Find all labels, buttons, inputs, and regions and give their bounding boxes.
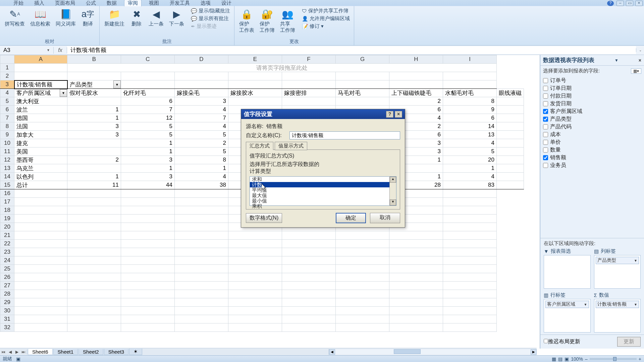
cell-row4-6[interactable]: 马毛对毛 — [336, 89, 389, 97]
allow-users-edit[interactable]: 👤允许用户编辑区域 — [301, 15, 351, 22]
field-7[interactable]: 成本 — [543, 131, 641, 138]
area-values[interactable]: Σ数值 计数项:销售额▼ — [594, 292, 641, 333]
cell-10-0[interactable] — [67, 139, 121, 147]
cell-14-2[interactable]: 4 — [175, 173, 228, 181]
cell-6-1[interactable]: 7 — [121, 106, 175, 114]
record-macro-icon[interactable]: ▣ — [16, 356, 20, 362]
col-header-B[interactable]: B — [67, 55, 121, 64]
cell-6-2[interactable]: 4 — [175, 106, 228, 114]
dropdown-icon[interactable]: ▼ — [60, 89, 67, 97]
row-header-14[interactable]: 14 — [0, 173, 14, 181]
row-header-19[interactable]: 19 — [0, 215, 14, 223]
menu-review[interactable]: 审阅 — [124, 0, 142, 6]
update-button[interactable]: 更新 — [617, 337, 641, 347]
ok-button[interactable]: 确定 — [336, 213, 366, 223]
cell-13-0[interactable] — [67, 164, 121, 173]
field-checkbox-8[interactable] — [543, 140, 548, 145]
calc-option-5[interactable]: 乘积 — [250, 203, 396, 209]
cell-9-label[interactable]: 加拿大 — [14, 131, 67, 139]
cell-5-3[interactable] — [228, 97, 282, 106]
cell-13-label[interactable]: 乌克兰 — [14, 164, 67, 173]
row-header-3[interactable]: 3 — [0, 80, 14, 89]
show-all-comments[interactable]: 💬显示所有批注 — [190, 15, 231, 22]
calc-option-4[interactable]: 最小值 — [250, 198, 396, 203]
cell-6-0[interactable]: 1 — [67, 106, 121, 114]
zoom-slider[interactable] — [590, 358, 637, 360]
help-icon[interactable]: ? — [607, 1, 614, 6]
col-header-D[interactable]: D — [175, 55, 228, 64]
cell-11-2[interactable]: 5 — [175, 147, 228, 156]
row-header-27[interactable]: 27 — [0, 282, 14, 290]
cell-11-8[interactable] — [497, 147, 524, 156]
cell-row4-8[interactable]: 水貂毛对毛 — [443, 89, 497, 97]
cell-8-0[interactable]: 3 — [67, 122, 121, 131]
close-button[interactable]: × — [635, 1, 643, 6]
cell-12-8[interactable] — [497, 156, 524, 164]
cell-8-label[interactable]: 法国 — [14, 122, 67, 131]
area-column-labels[interactable]: ▤列标签 产品类型▼ — [594, 248, 641, 289]
field-checkbox-1[interactable] — [543, 86, 548, 91]
tab-sheet3[interactable]: Sheet3 — [104, 349, 129, 355]
dialog-close-button[interactable]: × — [395, 111, 402, 118]
cell-9-0[interactable]: 3 — [67, 131, 121, 139]
menu-design[interactable]: 设计 — [218, 0, 235, 6]
cell-row4-5[interactable]: 嫁接密排 — [282, 89, 336, 97]
view-normal-icon[interactable]: ▦ — [552, 356, 556, 362]
row-header-20[interactable]: 20 — [0, 223, 14, 231]
row-header-9[interactable]: 9 — [0, 131, 14, 139]
page-field-drop[interactable]: 请将页字段拖至此处 — [67, 64, 497, 72]
row-header-32[interactable]: 32 — [0, 323, 14, 332]
protect-share-workbook[interactable]: 🛡保护并共享工作簿 — [301, 7, 351, 14]
cell-13-1[interactable]: 1 — [121, 164, 175, 173]
cell-7-0[interactable]: 1 — [67, 114, 121, 122]
cell-12-2[interactable]: 8 — [175, 156, 228, 164]
field-9[interactable]: 数量 — [543, 146, 641, 154]
cell-A3[interactable]: 计数项:销售额 — [14, 80, 67, 89]
cell-7-label[interactable]: 德国 — [14, 114, 67, 122]
cell-11-0[interactable] — [67, 147, 121, 156]
col-header-C[interactable]: C — [121, 55, 175, 64]
share-workbook-button[interactable]: 👥共享 工作簿 — [279, 7, 297, 34]
cell-12-label[interactable]: 墨西哥 — [14, 156, 67, 164]
cell-8-1[interactable]: 5 — [121, 122, 175, 131]
cell-row4-4[interactable]: 嫁接胶水 — [228, 89, 282, 97]
row-header-12[interactable]: 12 — [0, 156, 14, 164]
dialog-help-button[interactable]: ? — [386, 111, 393, 118]
menu-home[interactable]: 开始 — [10, 0, 27, 6]
zoom-value[interactable]: 100% — [571, 356, 583, 362]
col-header-H[interactable]: H — [389, 55, 443, 64]
track-changes[interactable]: 📝修订 ▾ — [301, 23, 351, 30]
calc-option-3[interactable]: 最大值 — [250, 193, 396, 198]
cell-13-7[interactable]: 1 — [443, 164, 497, 173]
cell-row4-9[interactable]: 眼线液磁 — [497, 89, 524, 97]
cell-5-0[interactable] — [67, 97, 121, 106]
row-header-5[interactable]: 5 — [0, 97, 14, 106]
protect-sheet-button[interactable]: 🔒保护 工作表 — [238, 7, 256, 34]
row-header-15[interactable]: 15 — [0, 181, 14, 189]
next-comment-button[interactable]: ▶下一条 — [168, 7, 185, 28]
row-header-25[interactable]: 25 — [0, 265, 14, 273]
show-hide-comment[interactable]: 💬显示/隐藏批注 — [190, 7, 231, 14]
cell-12-1[interactable]: 3 — [121, 156, 175, 164]
number-format-button[interactable]: 数字格式(N) — [246, 213, 282, 223]
cell-10-2[interactable]: 2 — [175, 139, 228, 147]
field-checkbox-5[interactable] — [543, 117, 548, 122]
calc-option-0[interactable]: 求和 — [250, 177, 396, 182]
cell-13-2[interactable]: 1 — [175, 164, 228, 173]
row-header-7[interactable]: 7 — [0, 114, 14, 122]
cell-B3[interactable]: 产品类型▼ — [67, 80, 121, 89]
field-checkbox-6[interactable] — [543, 124, 548, 129]
cell-9-1[interactable]: 5 — [121, 131, 175, 139]
row-header-17[interactable]: 17 — [0, 198, 14, 206]
menu-options[interactable]: 选项 — [197, 0, 214, 6]
field-checkbox-4[interactable] — [543, 109, 548, 114]
calc-type-list[interactable]: 求和计数平均值最大值最小值乘积 ▲ ▼ — [250, 176, 396, 206]
field-checkbox-3[interactable] — [543, 101, 548, 106]
cell-8-7[interactable]: 14 — [443, 122, 497, 131]
field-11[interactable]: 业务员 — [543, 162, 641, 169]
cell-row4-3[interactable]: 嫁接朵毛 — [175, 89, 228, 97]
cell-7-7[interactable]: 6 — [443, 114, 497, 122]
menu-view[interactable]: 视图 — [146, 0, 162, 6]
thesaurus-button[interactable]: 📘同义词库 — [54, 7, 77, 28]
cell-row4-0[interactable]: 客户所属区域▼ — [14, 89, 67, 97]
